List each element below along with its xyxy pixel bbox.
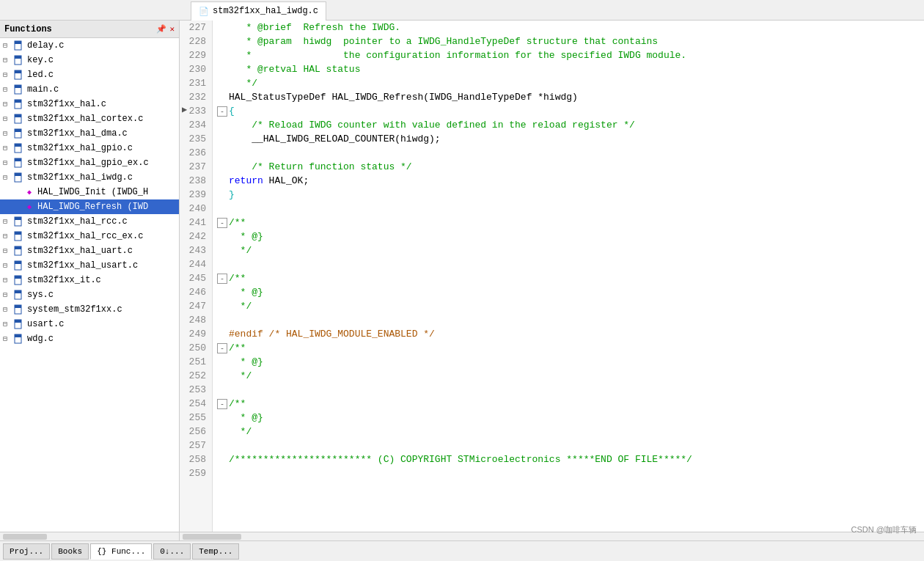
code-line: [217, 257, 924, 271]
diamond-icon: ◆: [23, 202, 35, 212]
code-line: /* Reload IWDG counter with value define…: [217, 118, 924, 132]
sidebar-scroll-thumb[interactable]: [3, 534, 47, 540]
expand-icon: ⊟: [3, 305, 13, 314]
tree-item-label: stm32f1xx_hal_iwdg.c: [27, 172, 133, 183]
fold-icon[interactable]: -: [217, 343, 227, 353]
tree-item[interactable]: ⊟ system_stm32f1xx.c: [0, 302, 179, 317]
code-line: return HAL_OK;: [217, 174, 924, 188]
expand-icon: ⊟: [3, 41, 13, 50]
tree-item[interactable]: ⊟ stm32f1xx_hal_cortex.c: [0, 111, 179, 126]
fold-icon[interactable]: -: [217, 106, 227, 117]
tree-item[interactable]: ⊟ wdg.c: [0, 331, 179, 346]
tree-item-label: led.c: [27, 70, 54, 80]
bottom-tab[interactable]: Proj...: [3, 543, 50, 560]
tree-item[interactable]: ⊟ sys.c: [0, 287, 179, 302]
fold-icon[interactable]: -: [217, 274, 227, 284]
tree-item-label: key.c: [27, 55, 54, 65]
line-number: 259: [180, 466, 212, 480]
line-number: 230: [180, 62, 212, 76]
line-number: 235: [180, 132, 212, 146]
pin-icon[interactable]: 📌: [156, 24, 166, 34]
line-number: 257: [180, 439, 212, 452]
file-tab-icon: 📄: [199, 7, 209, 16]
sidebar-tree[interactable]: ⊟ delay.c⊟ key.c⊟ led.c⊟ main.c⊟: [0, 38, 179, 532]
tree-item-label: sys.c: [27, 290, 54, 300]
tree-item[interactable]: ⊟ stm32f1xx_hal_usart.c: [0, 258, 179, 273]
svg-rect-11: [15, 114, 21, 117]
tree-item[interactable]: ⊟ stm32f1xx_hal_rcc_ex.c: [0, 229, 179, 243]
file-icon: [13, 114, 25, 124]
code-line: * @}: [217, 230, 924, 243]
line-number: 229: [180, 48, 212, 62]
tree-item[interactable]: ⊟ stm32f1xx_hal_iwdg.c: [0, 170, 179, 185]
line-number: 236: [180, 146, 212, 160]
file-icon: [13, 216, 25, 227]
sidebar-scrollbar[interactable]: [0, 532, 179, 540]
line-number: 245: [180, 271, 212, 285]
tree-item-label: wdg.c: [27, 334, 54, 344]
scrollbar-thumb[interactable]: [183, 534, 241, 540]
expand-icon: ⊟: [3, 276, 13, 285]
bottom-tab[interactable]: Temp...: [192, 543, 239, 560]
svg-rect-5: [15, 70, 21, 73]
code-line: -{: [217, 104, 924, 118]
code-line: * @}: [217, 411, 924, 425]
code-line: }: [217, 188, 924, 202]
code-content: 2272282292302312322332342352362372382392…: [180, 21, 924, 532]
file-icon: [13, 55, 25, 65]
tree-item[interactable]: ⊟ stm32f1xx_hal_gpio.c: [0, 141, 179, 155]
tree-item[interactable]: ⊟ stm32f1xx_it.c: [0, 273, 179, 287]
line-number: 233: [180, 104, 212, 118]
code-line: #endif /* HAL_IWDG_MODULE_ENABLED */: [217, 327, 924, 341]
svg-rect-3: [15, 56, 21, 59]
code-line: -/**: [217, 397, 924, 411]
tree-item[interactable]: ◆HAL_IWDG_Refresh (IWD: [0, 199, 179, 214]
bottom-tab[interactable]: {} Func...: [90, 543, 152, 560]
code-line: [217, 146, 924, 160]
expand-icon: ⊟: [3, 261, 13, 270]
line-number: 228: [180, 34, 212, 48]
tree-item[interactable]: ⊟ stm32f1xx_hal_uart.c: [0, 243, 179, 258]
code-line: * @retval HAL status: [217, 62, 924, 76]
file-icon: [13, 304, 25, 315]
tree-item[interactable]: ⊟ key.c: [0, 53, 179, 67]
bottom-tab[interactable]: Books: [51, 543, 89, 560]
tab-bar: 📄 stm32f1xx_hal_iwdg.c: [0, 0, 924, 21]
code-lines: * @brief Refresh the IWDG. * @param hiwd…: [213, 21, 924, 532]
expand-icon: ⊟: [3, 246, 13, 255]
tree-item[interactable]: ⊟ main.c: [0, 82, 179, 97]
file-icon: [13, 158, 25, 168]
tree-item[interactable]: ◆HAL_IWDG_Init (IWDG_H: [0, 185, 179, 199]
fold-icon[interactable]: -: [217, 399, 227, 409]
code-line: */: [217, 369, 924, 383]
line-number: 251: [180, 355, 212, 369]
code-line: * @brief Refresh the IWDG.: [217, 21, 924, 34]
expand-icon: ⊟: [3, 70, 13, 79]
tree-item-label: stm32f1xx_it.c: [27, 275, 101, 285]
svg-rect-31: [15, 290, 21, 293]
code-area[interactable]: 2272282292302312322332342352362372382392…: [180, 21, 924, 532]
tree-item[interactable]: ⊟ led.c: [0, 67, 179, 82]
bottom-tab[interactable]: 0↓...: [153, 543, 191, 560]
tree-item-label: stm32f1xx_hal_dma.c: [27, 128, 128, 139]
close-icon[interactable]: ✕: [169, 24, 175, 34]
tree-item[interactable]: ⊟ stm32f1xx_hal_rcc.c: [0, 214, 179, 229]
line-number: 250: [180, 341, 212, 355]
bottom-bar: Proj...Books{} Func...0↓...Temp...: [0, 540, 924, 561]
file-icon: [13, 290, 25, 300]
tree-item[interactable]: ⊟ usart.c: [0, 317, 179, 331]
tree-item-label: main.c: [27, 84, 59, 95]
tree-item[interactable]: ⊟ stm32f1xx_hal.c: [0, 97, 179, 111]
tree-item[interactable]: ⊟ stm32f1xx_hal_gpio_ex.c: [0, 155, 179, 170]
expand-icon: ⊟: [3, 158, 13, 167]
line-number: 227: [180, 21, 212, 34]
tree-item[interactable]: ⊟ stm32f1xx_hal_dma.c: [0, 126, 179, 141]
file-icon: [13, 128, 25, 139]
horizontal-scrollbar[interactable]: [180, 532, 924, 540]
sidebar-header: Functions 📌 ✕: [0, 21, 179, 38]
tree-item[interactable]: ⊟ delay.c: [0, 38, 179, 53]
fold-icon[interactable]: -: [217, 218, 227, 228]
file-tab[interactable]: 📄 stm32f1xx_hal_iwdg.c: [191, 1, 326, 21]
line-number: 258: [180, 452, 212, 466]
code-line: */: [217, 76, 924, 90]
